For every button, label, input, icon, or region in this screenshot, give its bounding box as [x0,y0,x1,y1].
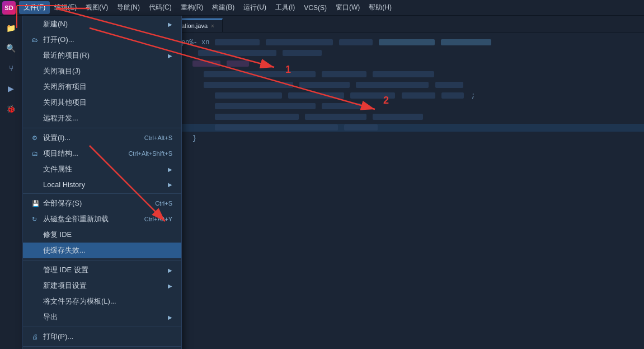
submenu-arrow-local-history: ▶ [168,182,172,188]
menu-item-open[interactable]: 🗁 打开(O)... [23,32,181,48]
menu-item-repair-ide[interactable]: 修复 IDE [23,227,181,243]
menu-item-file-properties[interactable]: 文件属性 ▶ [23,161,181,177]
menu-item-reload[interactable]: ↻ 从磁盘全部重新加载 Ctrl+Alt+Y [23,211,181,227]
menu-item-save-as-template[interactable]: 将文件另存为模板(L)... [23,294,181,309]
gear-icon: ⚙ [32,134,41,142]
code-line-7: 7 [157,101,644,111]
print-icon: 🖨 [32,333,41,340]
sidebar-icon-debug[interactable]: 🐞 [3,101,19,117]
editor-tabs: Application.java × [157,16,644,32]
submenu-arrow-manage-ide: ▶ [168,267,172,273]
save-icon: 💾 [32,200,41,207]
menu-vcs[interactable]: VCS(S) [299,2,331,13]
sidebar-icons: 📁 🔍 ⑂ ▶ 🐞 [0,16,22,349]
app-logo: SD [2,1,16,15]
sidebar-icon-search[interactable]: 🔍 [3,40,19,56]
menu-navigate[interactable]: 导航(N) [112,1,144,14]
tab-close-button[interactable]: × [211,23,214,29]
sidebar-icon-run[interactable]: ▶ [3,81,19,96]
submenu-arrow-file-props: ▶ [168,166,172,173]
menu-item-export[interactable]: 导出 ▶ [23,309,181,325]
menu-item-new-project-settings[interactable]: 新建项目设置 ▶ [23,278,181,294]
menu-item-local-history[interactable]: Local History ▶ [23,177,181,192]
reload-icon: ↻ [32,216,41,223]
menu-help[interactable]: 帮助(H) [364,1,396,14]
menu-item-new[interactable]: 新建(N) ▶ [23,16,181,32]
editor-area: Application.java × 1 po%- xn 2 [157,16,644,349]
menu-item-print[interactable]: 🖨 打印(P)... [23,329,181,345]
submenu-arrow-new: ▶ [168,21,172,27]
separator-1 [23,128,181,128]
sidebar-icon-folder[interactable]: 📁 [3,20,19,36]
menu-item-manage-ide[interactable]: 管理 IDE 设置 ▶ [23,262,181,278]
menu-item-recent[interactable]: 最近的项目(R) ▶ [23,48,181,63]
menu-refactor[interactable]: 重构(R) [176,1,208,14]
code-line-4: 4 [157,69,644,80]
menu-item-close-other[interactable]: 关闭其他项目 [23,95,181,110]
menu-item-remote-dev[interactable]: 远程开发... [23,110,181,126]
code-line-3: 3 [157,58,644,69]
separator-5 [23,346,181,347]
menu-item-settings[interactable]: ⚙ 设置(I)... Ctrl+Alt+S [23,130,181,146]
menu-tools[interactable]: 工具(I) [271,1,299,14]
menu-file[interactable]: 文件(F) [19,1,50,14]
editor-content: 1 po%- xn 2 3 [157,32,644,349]
code-line-5: 5 [157,80,644,90]
sidebar-icon-git[interactable]: ⑂ [3,61,19,76]
submenu-arrow-recent: ▶ [168,53,172,59]
menu-bar: SD 文件(F) 编辑(E) 视图(V) 导航(N) 代码(C) 重构(R) 构… [0,0,644,16]
menu-item-close-all[interactable]: 关闭所有项目 [23,79,181,95]
code-line-10: 10 } [157,133,644,143]
menu-code[interactable]: 代码(C) [144,1,176,14]
menu-item-save-all[interactable]: 💾 全部保存(S) Ctrl+S [23,196,181,211]
menu-item-close-project[interactable]: 关闭项目(J) [23,63,181,79]
menu-item-project-structure[interactable]: 🗂 项目结构... Ctrl+Alt+Shift+S [23,146,181,161]
folder-icon: 🗁 [32,36,41,43]
code-line-6: 6 ; [157,90,644,101]
submenu-arrow-new-project: ▶ [168,283,172,289]
file-menu-dropdown: 新建(N) ▶ 🗁 打开(O)... 最近的项目(R) ▶ 关闭项目(J) 关闭… [22,16,182,349]
separator-3 [23,260,181,260]
code-line-9: 9 [157,122,644,133]
separator-2 [23,193,181,194]
code-line-1: 1 po%- xn [157,37,644,48]
menu-item-invalidate-caches[interactable]: 使缓存失效... [23,243,181,258]
submenu-arrow-export: ▶ [168,314,172,320]
code-line-2: 2 [157,48,644,58]
menu-edit[interactable]: 编辑(E) [50,1,81,14]
menu-window[interactable]: 窗口(W) [331,1,364,14]
menu-view[interactable]: 视图(V) [81,1,112,14]
structure-icon: 🗂 [32,150,41,157]
separator-4 [23,327,181,327]
menu-run[interactable]: 运行(U) [239,1,271,14]
menu-build[interactable]: 构建(B) [208,1,239,14]
code-line-8: 8 [157,111,644,122]
